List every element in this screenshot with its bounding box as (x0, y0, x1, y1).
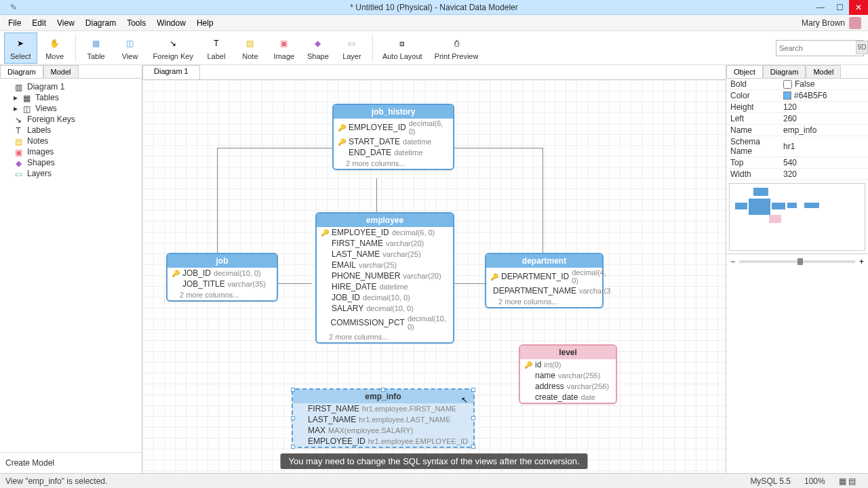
entity-employee[interactable]: employee 🔑EMPLOYEE_ID decimal(6, 0)FIRST… (315, 212, 454, 344)
create-model-link[interactable]: Create Model (0, 452, 142, 473)
right-tab-diagram[interactable]: Diagram (763, 65, 806, 78)
entity-job[interactable]: job 🔑JOB_ID decimal(10, 0)JOB_TITLE varc… (166, 253, 278, 302)
property-row[interactable]: Schema Namehr1 (726, 136, 868, 157)
select-tool[interactable]: ➤Select (4, 33, 37, 64)
label-icon: T (14, 126, 23, 134)
menu-help[interactable]: Help (191, 17, 219, 29)
column-row: 🔑id int(0) (520, 359, 616, 370)
layer-tool[interactable]: ▭Layer (336, 33, 368, 64)
autolayout-icon: ⧈ (395, 36, 410, 51)
tree-images[interactable]: ▣Images (1, 146, 140, 157)
diagram-icon: ▥ (14, 83, 23, 91)
status-view-toggle[interactable]: ▦ ▤ (832, 476, 863, 486)
hand-icon: ✋ (47, 36, 62, 51)
entity-job-history[interactable]: job_history 🔑EMPLOYEE_ID decimal(6, 0)🔑S… (332, 104, 454, 170)
window-title: * Untitled 10 (Physical) - Navicat Data … (350, 3, 517, 12)
maximize-button[interactable]: ☐ (830, 0, 849, 15)
user-indicator[interactable]: Mary Brown (797, 17, 865, 29)
tree-layers[interactable]: ▭Layers (1, 168, 140, 179)
image-tool[interactable]: ▣Image (268, 33, 300, 64)
label-tool[interactable]: TLabel (200, 33, 233, 64)
property-grid[interactable]: Bold FalseColor#64B5F6Height120Left260Na… (726, 79, 868, 180)
properties-pane: Object Diagram Model Bold FalseColor#64B… (726, 65, 868, 473)
view-icon: ◫ (22, 104, 31, 113)
tree-tables[interactable]: ▸▦Tables (1, 92, 140, 103)
view-tool[interactable]: ◫View (114, 33, 146, 64)
titlebar: ✎ * Untitled 10 (Physical) - Navicat Dat… (0, 0, 868, 15)
explorer-tab-diagram[interactable]: Diagram (0, 65, 43, 78)
column-row: 🔑EMPLOYEE_ID decimal(6, 0) (334, 119, 453, 136)
tree-labels[interactable]: TLabels (1, 125, 140, 136)
fk-icon: ↘ (14, 115, 23, 123)
right-tab-object[interactable]: Object (726, 65, 763, 78)
arrow-icon: ↘ (165, 36, 180, 51)
explorer-pane: Diagram Model ▥Diagram 1 ▸▦Tables ▸◫View… (0, 65, 142, 473)
column-row: 🔑START_DATE datetime (334, 136, 453, 147)
column-row: FIRST_NAME hr1.employee.FIRST_NAME (293, 403, 473, 414)
menu-view[interactable]: View (52, 17, 80, 29)
canvas[interactable]: job_history 🔑EMPLOYEE_ID decimal(6, 0)🔑S… (142, 80, 726, 473)
doc-tab-diagram1[interactable]: Diagram 1 (142, 65, 200, 79)
user-avatar-icon (849, 17, 861, 29)
note-icon: ▤ (14, 137, 23, 145)
entity-department[interactable]: department 🔑DEPARTMENT_ID decimal(4, 0)D… (485, 253, 604, 308)
property-row[interactable]: Left260 (726, 113, 868, 125)
shape-icon: ◆ (311, 36, 326, 51)
column-row: name varchar(255) (520, 370, 616, 381)
property-row[interactable]: Height120 (726, 102, 868, 113)
note-icon: ▤ (243, 36, 258, 51)
app-logo: ✎ (0, 3, 27, 12)
column-row: DEPARTMENT_NAME varchar(3 (486, 285, 602, 296)
close-button[interactable]: ✕ (849, 0, 868, 15)
search-box[interactable]: 🔍 (776, 40, 864, 56)
menu-window[interactable]: Window (151, 17, 191, 29)
column-row: EMPLOYEE_ID hr1.employee.EMPLOYEE_ID (293, 436, 473, 447)
fk-tool[interactable]: ↘Foreign Key (148, 33, 199, 64)
shape-tool[interactable]: ◆Shape (302, 33, 334, 64)
bold-checkbox[interactable] (783, 80, 792, 89)
table-tool[interactable]: ▦Table (80, 33, 113, 64)
entity-level[interactable]: level 🔑id int(0)name varchar(255)address… (519, 344, 617, 404)
subtitle-caption: You may need to change the SQL syntax of… (280, 453, 587, 469)
search-input[interactable] (779, 44, 868, 52)
tree-notes[interactable]: ▤Notes (1, 136, 140, 146)
property-row[interactable]: Top540 (726, 157, 868, 169)
auto-layout-button[interactable]: ⧈Auto Layout (377, 33, 428, 64)
tree-views[interactable]: ▸◫Views (1, 103, 140, 114)
table-icon: ▦ (22, 94, 31, 102)
tree-shapes[interactable]: ◆Shapes (1, 157, 140, 168)
column-row: PHONE_NUMBER varchar(20) (317, 270, 453, 281)
minimize-button[interactable]: — (811, 0, 830, 15)
column-row: 🔑DEPARTMENT_ID decimal(4, 0) (486, 268, 602, 285)
right-tab-model[interactable]: Model (806, 65, 841, 78)
statusbar: View "emp_info" is selected. MySQL 5.5 1… (0, 473, 868, 488)
property-row[interactable]: Bold False (726, 79, 868, 90)
cursor-icon: ➤ (13, 36, 28, 51)
menu-tools[interactable]: Tools (121, 17, 151, 29)
property-row[interactable]: Width320 (726, 169, 868, 180)
move-tool[interactable]: ✋Move (39, 33, 71, 64)
menu-file[interactable]: File (3, 17, 26, 29)
entity-emp-info[interactable]: emp_info FIRST_NAME hr1.employee.FIRST_N… (292, 388, 475, 448)
column-row: HIRE_DATE datetime (317, 281, 453, 292)
menu-edit[interactable]: Edit (26, 17, 52, 29)
user-name: Mary Brown (802, 18, 845, 28)
property-row[interactable]: Color#64B5F6 (726, 90, 868, 102)
column-row: 🔑EMPLOYEE_ID decimal(6, 0) (317, 227, 453, 238)
print-icon: ⎙ (449, 36, 464, 51)
tree-diagram1[interactable]: ▥Diagram 1 (1, 81, 140, 92)
zoom-in-icon[interactable]: + (859, 257, 864, 266)
minimap[interactable] (729, 183, 865, 251)
status-db: MySQL 5.5 (743, 476, 797, 486)
property-row[interactable]: Nameemp_info (726, 125, 868, 136)
zoom-out-icon[interactable]: − (730, 257, 735, 266)
menu-diagram[interactable]: Diagram (80, 17, 121, 29)
print-preview-button[interactable]: ⎙Print Preview (429, 33, 484, 64)
shape-icon: ◆ (14, 159, 23, 167)
note-tool[interactable]: ▤Note (234, 33, 267, 64)
explorer-tab-model[interactable]: Model (43, 65, 79, 78)
column-row: address varchar(256) (520, 381, 616, 392)
column-row: MAX MAX(employee.SALARY) (293, 425, 473, 436)
tree-fks[interactable]: ↘Foreign Keys (1, 114, 140, 125)
menubar: File Edit View Diagram Tools Window Help… (0, 15, 868, 31)
